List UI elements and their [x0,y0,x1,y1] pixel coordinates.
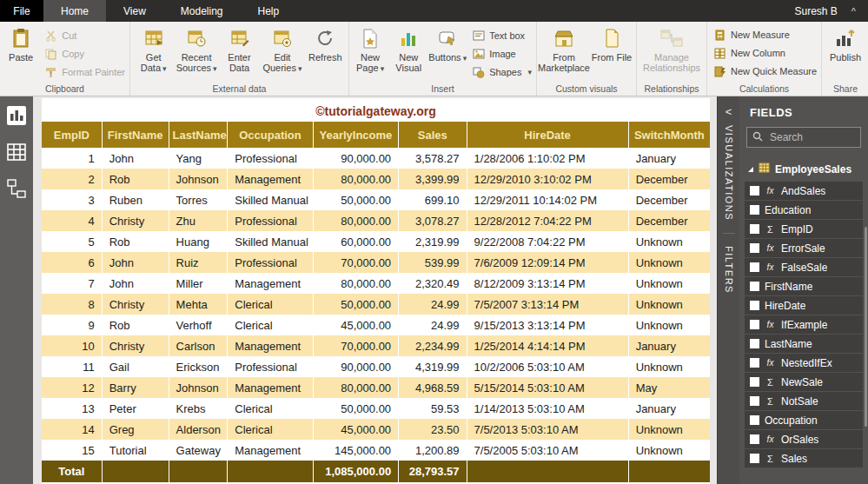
field-checkbox[interactable] [750,339,759,348]
from-file-button[interactable]: From File [590,23,633,79]
format-painter-button[interactable]: Format Painter [44,66,125,78]
tab-home[interactable]: Home [43,0,106,22]
column-header-HireDate[interactable]: HireDate [467,122,628,148]
field-checkbox[interactable] [750,262,759,272]
field-checkbox[interactable] [750,186,759,196]
field-item-NestedIfEx[interactable]: fxNestedIfEx [745,354,863,372]
publish-icon [835,27,856,50]
field-checkbox[interactable] [750,434,759,444]
table-row[interactable]: 15TutorialGatewayManagement145,000.001,2… [42,440,710,461]
field-item-NewSale[interactable]: ΣNewSale [745,373,863,391]
manage-relationships-button[interactable]: Manage Relationships [639,23,704,79]
field-checkbox[interactable] [750,205,759,215]
cell-FirstName: Peter [102,398,169,419]
table-row[interactable]: 13PeterKrebsClerical50,000.0059.531/14/2… [42,398,710,419]
field-item-HireDate[interactable]: HireDate [745,296,863,315]
table-row[interactable]: 4ChristyZhuProfessional80,000.003,078.27… [42,210,710,231]
table-row[interactable]: 7JohnMillerManagement80,000.002,320.498/… [42,273,710,294]
edit-queries-button[interactable]: Edit Queries▾ [262,23,302,79]
field-checkbox[interactable] [750,282,759,291]
field-checkbox[interactable] [750,243,759,253]
dataset-employeesales[interactable]: EmployeeSales [739,158,868,180]
field-checkbox[interactable] [750,396,759,406]
cell-YearlyIncome: 80,000.00 [313,377,398,398]
field-item-AndSales[interactable]: fxAndSales [745,182,863,200]
column-header-SwitchMonth[interactable]: SwitchMonth [628,122,710,148]
tab-file[interactable]: File [0,0,43,22]
text-box-button[interactable]: Text box [472,30,532,42]
table-row[interactable]: 14GregAldersonClerical45,000.0023.507/5/… [42,419,710,440]
field-item-OrSales[interactable]: fxOrSales [745,430,863,448]
table-row[interactable]: 11GailEricksonProfessional90,000.004,319… [42,356,710,377]
field-item-IfExample[interactable]: fxIfExample [745,315,863,334]
copy-button[interactable]: Copy [44,48,125,60]
report-canvas[interactable]: ©tutorialgateway.org EmpIDFirstNameLastN… [33,96,717,484]
get-data-button[interactable]: Get Data▾ [133,23,174,79]
field-item-LastName[interactable]: LastName [745,335,863,353]
table-row[interactable]: 8ChristyMehtaClerical50,000.0024.997/5/2… [42,294,710,315]
paste-button[interactable]: Paste [3,23,39,79]
tab-help[interactable]: Help [241,0,297,22]
new-measure-button[interactable]: New Measure [713,29,817,41]
refresh-button[interactable]: Refresh [305,23,346,79]
cell-Sales: 4,968.59 [399,377,467,398]
new-visual-button[interactable]: New Visual [390,23,427,79]
fields-scrollbar[interactable] [865,227,867,427]
column-header-EmpID[interactable]: EmpID [42,122,102,148]
table-row[interactable]: 2RobJohnsonManagement80,000.003,399.9912… [42,169,710,189]
field-checkbox[interactable] [750,358,759,368]
field-checkbox[interactable] [750,454,759,463]
new-column-button[interactable]: New Column [713,47,817,59]
model-view-button[interactable] [6,178,27,199]
table-row[interactable]: 5RobHuangSkilled Manual60,000.002,319.99… [42,231,710,252]
shapes-button[interactable]: Shapes ▾ [472,66,532,78]
field-item-ErrorSale[interactable]: fxErrorSale [745,239,863,257]
fields-search-box[interactable] [746,127,861,148]
filters-panel-toggle[interactable]: FILTERS [724,246,734,294]
field-item-EmpID[interactable]: ΣEmpID [745,220,863,238]
report-view-button[interactable] [6,105,27,126]
table-row[interactable]: 1JohnYangProfessional90,000.003,578.271/… [42,148,710,169]
field-item-NotSale[interactable]: ΣNotSale [745,392,863,410]
new-page-button[interactable]: New Page▾ [352,23,388,79]
new-quick-measure-button[interactable]: New Quick Measure [713,65,817,77]
buttons-button[interactable]: Buttons▾ [428,23,467,79]
field-checkbox[interactable] [750,415,759,425]
field-item-FirstName[interactable]: FirstName [745,277,863,295]
table-row[interactable]: 12BarryJohnsonManagement80,000.004,968.5… [42,377,710,398]
field-checkbox[interactable] [750,320,759,329]
column-header-FirstName[interactable]: FirstName [102,122,169,148]
tab-view[interactable]: View [106,0,163,22]
data-view-button[interactable] [6,142,27,162]
fields-search-input[interactable] [768,130,858,144]
expand-collapse-icon[interactable] [748,167,753,172]
field-checkbox[interactable] [750,301,759,310]
image-button[interactable]: Image [472,48,532,60]
field-checkbox[interactable] [750,377,759,387]
employee-table[interactable]: EmpIDFirstNameLastNameOccupationYearlyIn… [42,122,710,482]
signed-in-user[interactable]: Suresh B [794,5,837,17]
field-checkbox[interactable] [750,224,759,234]
column-header-Occupation[interactable]: Occupation [228,122,313,148]
field-item-Education[interactable]: Education [745,201,863,219]
dropdown-caret-icon: ▾ [463,54,467,63]
table-row[interactable]: 9RobVerhoffClerical45,000.0024.999/15/20… [42,315,710,335]
recent-sources-button[interactable]: Recent Sources▾ [176,23,216,79]
enter-data-button[interactable]: Enter Data [219,23,260,79]
field-item-Occupation[interactable]: Occupation [745,411,863,429]
table-row[interactable]: 6JohnRuizProfessional70,000.00539.997/6/… [42,252,710,273]
table-row[interactable]: 10ChristyCarlsonManagement70,000.002,234… [42,335,710,356]
table-row[interactable]: 3RubenTorresSkilled Manual50,000.00699.1… [42,189,710,210]
visualizations-panel-toggle[interactable]: VISUALIZATIONS [724,125,734,221]
field-item-Sales[interactable]: ΣSales [745,449,863,467]
cut-button[interactable]: Cut [44,30,125,42]
publish-button[interactable]: Publish [825,23,866,79]
expand-panels-icon[interactable]: < [726,96,732,125]
collapse-ribbon-icon[interactable]: ^ [851,6,856,17]
tab-modeling[interactable]: Modeling [163,0,241,22]
field-item-FalseSale[interactable]: fxFalseSale [745,258,863,276]
column-header-Sales[interactable]: Sales [399,122,467,148]
column-header-LastName[interactable]: LastName [169,122,228,148]
column-header-YearlyIncome[interactable]: YearlyIncome [313,122,398,148]
from-marketplace-button[interactable]: From Marketplace [540,23,588,79]
